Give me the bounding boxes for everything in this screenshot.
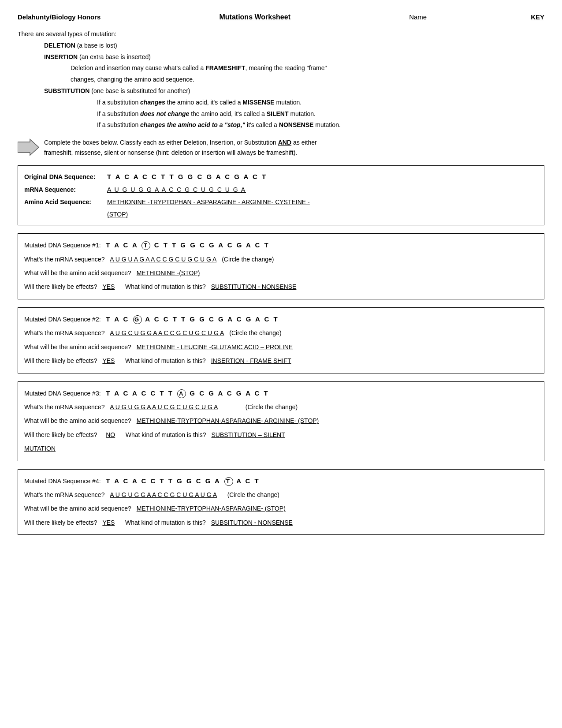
mut3-effects-answer: NO [106, 429, 115, 441]
mut4-effects-answer: YES [102, 516, 115, 529]
mut3-mrna-row: What's the mRNA sequence? A U G U G G A … [24, 401, 538, 414]
deletion-text: (a base is lost) [75, 42, 117, 49]
mut4-kind-answer: SUBSITUTION - NONSENSE [211, 516, 293, 529]
mut3-amino-answer: METHIONINE-TRYPTOPHAN-ASPARAGINE- ARGINI… [137, 414, 319, 427]
mut4-circled: T [224, 477, 233, 486]
key-label: KEY [531, 13, 544, 21]
insertion-label: INSERTION [44, 53, 78, 60]
mut1-effects-answer: YES [102, 280, 115, 293]
mut1-effects-row: Will there likely be effects? YES What k… [24, 280, 538, 293]
original-dna-label: Original DNA Sequence: [24, 171, 104, 183]
name-label: Name [409, 13, 427, 21]
mut4-mrna-answer: A U G U G G A A C C G C U G A U G A [110, 489, 217, 501]
amino-label: Amino Acid Sequence: [24, 196, 104, 208]
mut4-effects-row: Will there likely be effects? YES What k… [24, 516, 538, 529]
mut2-label: Mutated DNA Sequence #2: [24, 313, 104, 326]
mut3-label: Mutated DNA Sequence #3: [24, 387, 104, 400]
name-key-section: Name KEY [409, 13, 544, 21]
intro-line1: There are several types of mutation: [18, 29, 544, 40]
mut1-circled: T [141, 241, 150, 250]
mut1-dna-row: Mutated DNA Sequence #1: T A C A T C T T… [24, 238, 538, 252]
arrow-icon [18, 138, 39, 157]
mut3-amino-row: What will be the amino acid sequence? ME… [24, 414, 538, 427]
mut2-mrna-row: What's the mRNA sequence? A U G C U G G … [24, 327, 538, 340]
mut3-kind2: MUTATION [24, 442, 56, 455]
svg-marker-0 [18, 139, 39, 155]
mut1-kind-answer: SUBSTITUTION - NONSENSE [211, 280, 297, 293]
original-dna-row: Original DNA Sequence: T A C A C C T T G… [24, 170, 538, 183]
mut2-dna: T A C G A C C T T G G C G A C G A C T [106, 312, 279, 326]
mrna-seq: A U G U G G A A C C G C U G C U G A [107, 183, 246, 196]
mut4-amino-answer: METHIONINE-TRYPTOPHAN-ASPARAGINE- (STOP) [137, 502, 286, 515]
deletion-line: DELETION (a base is lost) [44, 41, 544, 51]
silent-line: If a substitution does not change the am… [97, 109, 544, 119]
mrna-row: mRNA Sequence: A U G U G G A A C C G C U… [24, 183, 538, 196]
mutation-box-1: Mutated DNA Sequence #1: T A C A T C T T… [18, 233, 544, 299]
mut3-kind-answer: SUBSTITUTION – SILENT [211, 429, 285, 441]
amino-row: Amino Acid Sequence: METHIONINE -TRYPTOP… [24, 196, 538, 220]
instruction-text: Complete the boxes below. Classify each … [44, 138, 317, 157]
mut4-label: Mutated DNA Sequence #4: [24, 475, 104, 488]
amino-seq: METHIONINE -TRYPTOPHAN - ASPARAGINE - AR… [107, 196, 310, 220]
mut1-dna: T A C A T C T T G G C G A C G A C T [106, 238, 269, 252]
intro-section: There are several types of mutation: DEL… [18, 29, 544, 131]
mut2-mrna-answer: A U G C U G G A A C C G C U G C U G A [110, 327, 224, 340]
mut2-amino-answer: METHIONINE - LEUCINE -GLUTAMIC ACID – PR… [137, 341, 293, 354]
mut1-amino-row: What will be the amino acid sequence? ME… [24, 267, 538, 280]
mut4-dna: T A C A C C T T G G C G A T A C T [106, 474, 260, 488]
frameshift-line1: Deletion and insertion may cause what's … [71, 63, 544, 74]
mut3-circled: A [177, 389, 186, 398]
mut2-amino-row: What will be the amino acid sequence? ME… [24, 341, 538, 354]
mut4-amino-row: What will be the amino acid sequence? ME… [24, 502, 538, 515]
mut2-circled: G [133, 315, 142, 324]
mut2-dna-row: Mutated DNA Sequence #2: T A C G A C C T… [24, 312, 538, 326]
class-name: Delahunty/Biology Honors [18, 13, 100, 21]
mut1-mrna-row: What's the mRNA sequence? A U G U A G A … [24, 253, 538, 266]
mutation-box-4: Mutated DNA Sequence #4: T A C A C C T T… [18, 469, 544, 535]
insertion-line: INSERTION (an extra base is inserted) [44, 52, 544, 63]
frameshift-line2: changes, changing the amino acid sequenc… [71, 75, 544, 85]
worksheet-title: Mutations Worksheet [219, 13, 290, 21]
mut3-kind2-row: MUTATION [24, 442, 538, 455]
nonsense-line: If a substitution changes the amino acid… [97, 120, 544, 131]
insertion-text: (an extra base is inserted) [78, 53, 151, 60]
mut1-mrna-answer: A U G U A G A A C C G C U G C U G A [110, 253, 216, 266]
instruction-section: Complete the boxes below. Classify each … [18, 138, 544, 157]
mut3-dna-row: Mutated DNA Sequence #3: T A C A C C T T… [24, 386, 538, 400]
mut3-mrna-answer: A U G U G G A A U C G C U G C U G A [110, 401, 218, 414]
mrna-label: mRNA Sequence: [24, 183, 104, 196]
original-dna-seq: T A C A C C T T G G C G A C G A C T [107, 170, 267, 183]
substitution-line: SUBSTITUTION (one base is substituted fo… [44, 86, 544, 97]
missense-line: If a substitution changes the amino acid… [97, 97, 544, 108]
name-line [430, 13, 527, 21]
mut3-dna: T A C A C C T T A G C G A C G A C T [106, 386, 269, 400]
deletion-label: DELETION [44, 42, 75, 49]
mut4-mrna-row: What's the mRNA sequence? A U G U G G A … [24, 489, 538, 501]
mutation-box-3: Mutated DNA Sequence #3: T A C A C C T T… [18, 381, 544, 461]
mut4-dna-row: Mutated DNA Sequence #4: T A C A C C T T… [24, 474, 538, 488]
mut3-effects-row: Will there likely be effects? NO What ki… [24, 429, 538, 441]
mut2-effects-answer: YES [102, 355, 115, 367]
mut1-label: Mutated DNA Sequence #1: [24, 239, 104, 252]
mut1-amino-answer: METHIONINE -(STOP) [137, 267, 200, 280]
mutation-box-2: Mutated DNA Sequence #2: T A C G A C C T… [18, 307, 544, 373]
substitution-label: SUBSTITUTION [44, 87, 89, 94]
page-header: Delahunty/Biology Honors Mutations Works… [18, 13, 544, 21]
mut2-effects-row: Will there likely be effects? YES What k… [24, 355, 538, 367]
mut2-kind-answer: INSERTION - FRAME SHIFT [211, 355, 291, 367]
original-dna-box: Original DNA Sequence: T A C A C C T T G… [18, 165, 544, 225]
